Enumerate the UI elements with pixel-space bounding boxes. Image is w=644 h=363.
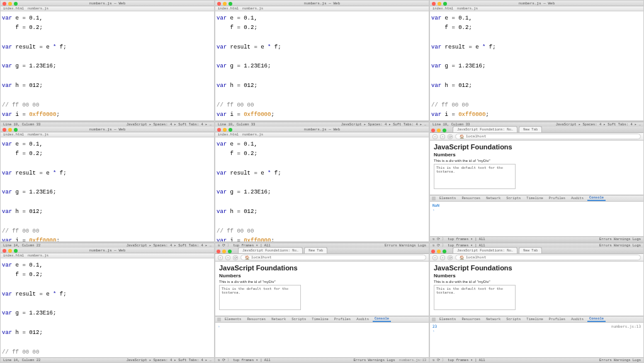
forward-button[interactable]: › xyxy=(440,134,445,139)
window-controls[interactable] xyxy=(217,128,232,132)
dt-tab-scripts[interactable]: Scripts xyxy=(504,317,523,321)
dt-tab-scripts[interactable]: Scripts xyxy=(504,196,523,200)
tab-numbers[interactable]: numbers.js xyxy=(28,132,48,137)
dt-tab-timeline[interactable]: Timeline xyxy=(310,317,330,321)
address-bar[interactable]: 🏠 localhost xyxy=(240,255,426,260)
dt-tab-console[interactable]: Console xyxy=(587,316,606,322)
console-output[interactable]: 23 numbers.js:13 › xyxy=(430,323,643,357)
editor-titlebar[interactable]: numbers.js — Web xyxy=(1,127,214,132)
page-textarea[interactable] xyxy=(434,285,516,310)
code-editor[interactable]: var e = 0.1, f = 0.2; var result = e * f… xyxy=(430,11,643,120)
dt-status-right[interactable]: Errors Warnings Logs xyxy=(599,358,641,362)
back-button[interactable]: ‹ xyxy=(218,255,223,260)
devtools[interactable]: Elements Resources Network Scripts Timel… xyxy=(430,316,643,362)
window-controls[interactable] xyxy=(3,249,18,253)
tab-index[interactable]: index.html xyxy=(218,6,239,11)
console-output[interactable]: NaN › xyxy=(430,202,643,236)
dt-status-right[interactable]: Errors Warnings Logs xyxy=(385,243,426,248)
code-editor[interactable]: var e = 0.1, f = 0.2; var result = e * f… xyxy=(1,137,214,241)
console-output[interactable]: › xyxy=(215,323,429,357)
dt-tab-timeline[interactable]: Timeline xyxy=(524,196,545,200)
back-button[interactable]: ‹ xyxy=(432,134,438,139)
devtools[interactable]: Elements Resources Network Scripts Timel… xyxy=(430,195,643,241)
dt-status-right[interactable]: Errors Warnings Logs xyxy=(599,237,641,241)
browser-tab-1[interactable]: JavaScript Foundations: Nu… xyxy=(238,247,303,253)
devtools-tabs[interactable]: Elements Resources Network Scripts Timel… xyxy=(430,316,643,323)
browser-tab-2[interactable]: New Tab xyxy=(304,247,327,253)
dt-tab-profiles[interactable]: Profiles xyxy=(547,196,567,200)
tab-numbers[interactable]: numbers.js xyxy=(242,6,263,11)
dt-tab-scripts[interactable]: Scripts xyxy=(290,317,308,321)
page-textarea[interactable] xyxy=(219,285,301,310)
window-controls[interactable] xyxy=(3,2,18,6)
status-right[interactable]: JavaScript ▸ Spaces: 4 ▸ Soft Tabs: 4 ▸ … xyxy=(341,122,426,127)
tab-index[interactable]: index.html xyxy=(218,132,239,137)
browser-tabstrip[interactable]: JavaScript Foundations: Nu… New Tab xyxy=(430,127,643,133)
editor-tabbar[interactable]: index.html numbers.js xyxy=(1,253,214,258)
tab-numbers[interactable]: numbers.js xyxy=(28,253,48,258)
dt-tab-profiles[interactable]: Profiles xyxy=(547,317,567,321)
dt-tab-audits[interactable]: Audits xyxy=(569,196,585,200)
status-right[interactable]: JavaScript ▸ Spaces: 4 ▸ Soft Tabs: 4 ▸ … xyxy=(556,122,641,127)
devtools-tabs[interactable]: Elements Resources Network Scripts Timel… xyxy=(430,195,643,202)
code-editor[interactable]: var e = 0.1, f = 0.2; var result = e * f… xyxy=(1,258,214,357)
editor-tabbar[interactable]: index.html numbers.js xyxy=(1,132,214,137)
dt-status-right[interactable]: Errors Warnings Logs xyxy=(353,358,395,362)
editor-titlebar[interactable]: numbers.js — Web xyxy=(215,1,429,6)
tab-numbers[interactable]: numbers.js xyxy=(242,132,263,137)
browser-tabstrip[interactable]: JavaScript Foundations: Nu… New Tab xyxy=(430,248,643,254)
browser-tab-1[interactable]: JavaScript Foundations: Nu… xyxy=(453,247,517,253)
tab-index[interactable]: index.html xyxy=(3,253,24,258)
window-controls[interactable] xyxy=(432,2,447,6)
browser-tab-2[interactable]: New Tab xyxy=(519,247,542,253)
dt-tab-resources[interactable]: Resources xyxy=(460,196,482,200)
tab-numbers[interactable]: numbers.js xyxy=(28,6,48,11)
dt-tab-elements[interactable]: Elements xyxy=(438,317,458,321)
code-editor[interactable]: var e = 0.1, f = 0.2; var result = e * f… xyxy=(215,137,429,241)
devtools-tabs[interactable]: Elements Resources Network Scripts Timel… xyxy=(215,316,429,323)
address-bar[interactable]: 🏠 localhost xyxy=(455,255,641,260)
address-bar[interactable]: 🏠 localhost xyxy=(455,134,641,139)
dt-tab-elements[interactable]: Elements xyxy=(223,317,243,321)
status-right[interactable]: JavaScript ▸ Spaces: 4 ▸ Soft Tabs: 4 ▸ … xyxy=(127,122,212,127)
page-textarea[interactable] xyxy=(434,164,516,189)
tab-index[interactable]: index.html xyxy=(3,132,24,137)
browser-toolbar[interactable]: ‹ › ⟳ 🏠 localhost xyxy=(430,133,643,141)
dt-tab-network[interactable]: Network xyxy=(484,317,502,321)
dt-tab-console[interactable]: Console xyxy=(373,316,391,322)
browser-tabstrip[interactable]: JavaScript Foundations: Nu… New Tab xyxy=(215,248,429,254)
dt-tab-timeline[interactable]: Timeline xyxy=(524,317,545,321)
dt-tab-resources[interactable]: Resources xyxy=(460,317,482,321)
browser-toolbar[interactable]: ‹ › ⟳ 🏠 localhost xyxy=(430,254,643,262)
dt-tab-elements[interactable]: Elements xyxy=(438,196,458,200)
editor-tabbar[interactable]: index.html numbers.js xyxy=(430,6,643,11)
reload-button[interactable]: ⟳ xyxy=(448,255,453,260)
editor-titlebar[interactable]: numbers.js — Web xyxy=(1,248,214,253)
tab-index[interactable]: index.html xyxy=(3,6,24,11)
dt-tab-console[interactable]: Console xyxy=(587,195,606,201)
dt-tab-audits[interactable]: Audits xyxy=(354,317,371,321)
devtools[interactable]: Elements Resources Network Scripts Timel… xyxy=(215,316,429,362)
browser-tab-2[interactable]: New Tab xyxy=(519,126,542,132)
dt-status-right[interactable]: Errors Warnings Logs xyxy=(599,243,641,248)
reload-button[interactable]: ⟳ xyxy=(448,134,453,139)
dt-tab-resources[interactable]: Resources xyxy=(245,317,268,321)
status-right[interactable]: JavaScript ▸ Spaces: 4 ▸ Soft Tabs: 4 ▸ … xyxy=(127,358,212,362)
dt-tab-network[interactable]: Network xyxy=(269,317,288,321)
dt-tab-profiles[interactable]: Profiles xyxy=(332,317,353,321)
status-right[interactable]: JavaScript ▸ Spaces: 4 ▸ Soft Tabs: 4 ▸ … xyxy=(127,243,212,248)
forward-button[interactable]: › xyxy=(440,255,445,260)
dt-tab-network[interactable]: Network xyxy=(484,196,502,200)
code-editor[interactable]: var e = 0.1, f = 0.2; var result = e * f… xyxy=(215,11,429,120)
code-editor[interactable]: var e = 0.1, f = 0.2; var result = e * f… xyxy=(1,11,214,120)
window-controls[interactable] xyxy=(3,128,18,132)
back-button[interactable]: ‹ xyxy=(432,255,438,260)
source-link[interactable]: numbers.js:13 xyxy=(399,358,426,362)
tab-index[interactable]: index.html xyxy=(432,6,453,11)
dt-tab-audits[interactable]: Audits xyxy=(569,317,585,321)
editor-tabbar[interactable]: index.html numbers.js xyxy=(1,6,214,11)
editor-tabbar[interactable]: index.html numbers.js xyxy=(215,6,429,11)
browser-toolbar[interactable]: ‹ › ⟳ 🏠 localhost xyxy=(215,254,429,262)
editor-titlebar[interactable]: numbers.js — Web xyxy=(215,127,429,132)
dt-status-left[interactable]: ⎋ ⟳ 〉 top frames ▾ | All xyxy=(218,358,271,362)
